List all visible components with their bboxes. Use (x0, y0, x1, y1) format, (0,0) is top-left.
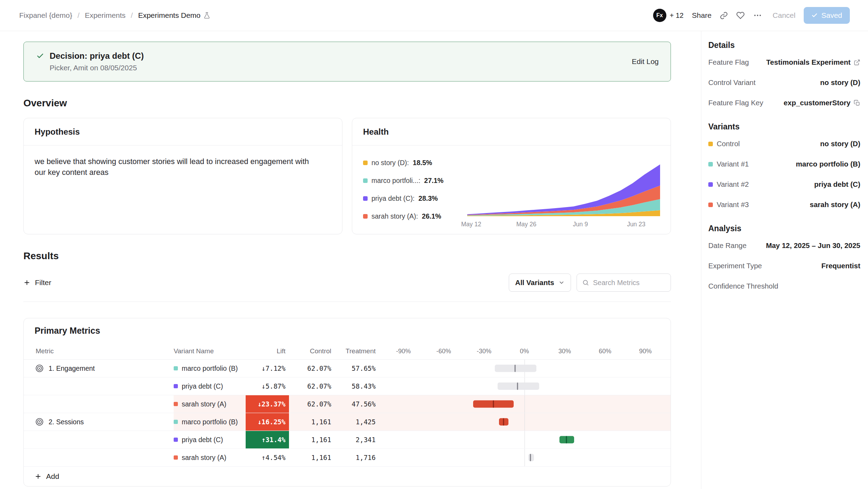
metric-name-cell: 1. Engagement (24, 360, 174, 377)
metric-row[interactable]: sarah story (A)↓23.37%62.07%47.56% (24, 395, 671, 413)
collaborators-count[interactable]: + 12 (670, 12, 683, 20)
saved-button[interactable]: Saved (804, 7, 850, 24)
more-options-button[interactable] (753, 11, 762, 20)
confidence-interval-tick (493, 401, 494, 408)
axis-label: 0% (520, 347, 529, 355)
legend-item[interactable]: sarah story (A):26.1% (363, 212, 463, 220)
confidence-interval-cell (377, 377, 671, 395)
metric-row[interactable]: 1. Engagementmarco portfolio (B)↓7.12%62… (24, 360, 671, 377)
legend-label: no story (D): (371, 159, 409, 167)
legend-item[interactable]: no story (D):18.5% (363, 159, 463, 167)
health-legend: no story (D):18.5%marco portfoli...:27.1… (363, 149, 463, 230)
decision-subtitle: Picker, Amit on 08/05/2025 (50, 64, 144, 72)
main-content: Decision: priya debt (C) Picker, Amit on… (0, 31, 701, 489)
variant-name-cell: marco portfolio (B) (174, 413, 246, 431)
add-metric-button[interactable]: Add (24, 467, 671, 486)
variants-rows: Controlno story (D)Variant #1marco portf… (708, 134, 860, 215)
variant-name-cell: sarah story (A) (174, 395, 246, 413)
confidence-interval-cell (377, 395, 671, 413)
control-cell: 62.07% (289, 360, 333, 377)
variant-name-cell: priya debt (C) (174, 377, 246, 395)
legend-item[interactable]: marco portfoli...:27.1% (363, 177, 463, 185)
chevron-down-icon (558, 279, 565, 286)
axis-label: 60% (599, 347, 611, 355)
variant-color-dot (174, 384, 178, 388)
copy-icon[interactable] (854, 100, 860, 106)
topbar: Fixpanel {demo} / Experiments / Experime… (0, 0, 868, 31)
variant-row: Variant #2priya debt (C) (708, 174, 860, 194)
control-cell: 62.07% (289, 377, 333, 395)
metric-row[interactable]: priya debt (C)↑31.4%1,1612,341 (24, 431, 671, 449)
copy-link-button[interactable] (720, 12, 728, 20)
metric-row[interactable]: 2. Sessionsmarco portfolio (B)↓16.25%1,1… (24, 413, 671, 431)
control-cell: 1,161 (289, 413, 333, 431)
details-rows: Feature FlagTestimonials ExperimentContr… (708, 52, 860, 113)
axis-label: -30% (477, 347, 491, 355)
analysis-value: Frequentist (821, 262, 860, 270)
favorite-button[interactable] (736, 11, 745, 20)
metric-row[interactable]: priya debt (C)↓5.87%62.07%58.43% (24, 377, 671, 395)
metric-name-cell: 2. Sessions (24, 413, 174, 431)
details-value[interactable]: exp_customerStory (784, 99, 860, 107)
analysis-row: Date RangeMay 12, 2025 – Jun 30, 2025 (708, 235, 860, 256)
check-icon (811, 12, 818, 19)
ellipsis-icon (753, 11, 762, 20)
details-value: no story (D) (820, 78, 860, 87)
breadcrumb-workspace[interactable]: Fixpanel {demo} (19, 11, 72, 20)
add-filter-button[interactable]: Filter (23, 278, 51, 287)
control-cell: 1,161 (289, 431, 333, 448)
decision-banner: Decision: priya debt (C) Picker, Amit on… (23, 42, 671, 82)
legend-dot (363, 196, 368, 201)
treatment-cell: 1,425 (333, 413, 377, 431)
variant-label: Variant #3 (717, 200, 749, 209)
analysis-row: Experiment TypeFrequentist (708, 256, 860, 276)
legend-value: 28.3% (419, 194, 438, 203)
legend-label: sarah story (A): (371, 212, 418, 220)
axis-label: 90% (639, 347, 652, 355)
variant-color-dot (174, 402, 178, 406)
decision-title: Decision: priya debt (C) (50, 51, 144, 61)
cancel-button[interactable]: Cancel (773, 11, 795, 20)
variant-value: no story (D) (820, 140, 860, 148)
external-link-icon[interactable] (854, 59, 860, 66)
lift-cell: ↓16.25% (246, 413, 289, 431)
variants-filter-dropdown[interactable]: All Variants (509, 274, 571, 292)
variant-color-dot (708, 162, 713, 166)
edit-log-button[interactable]: Edit Log (632, 57, 659, 66)
metric-name: 2. Sessions (49, 418, 84, 426)
axis-label: 30% (558, 347, 571, 355)
confidence-interval-bar (495, 365, 536, 372)
legend-item[interactable]: priya debt (C):28.3% (363, 194, 463, 203)
confidence-interval-cell (377, 413, 671, 431)
variant-row: Variant #3sarah story (A) (708, 194, 860, 215)
breadcrumb-experiments[interactable]: Experiments (85, 11, 126, 20)
search-icon (582, 279, 589, 286)
variants-heading: Variants (708, 122, 860, 132)
variant-value: priya debt (C) (814, 180, 860, 189)
variant-label: Variant #1 (717, 160, 749, 168)
confidence-interval-bar (498, 383, 539, 390)
variant-color-dot (174, 438, 178, 442)
treatment-cell: 47.56% (333, 395, 377, 413)
plus-icon (23, 279, 30, 286)
search-input[interactable] (593, 279, 665, 287)
hypothesis-body: we believe that showing customer stories… (24, 146, 331, 188)
variant-color-dot (174, 366, 178, 370)
hypothesis-title: Hypothesis (24, 118, 342, 146)
x-tick-label: Jun 9 (573, 221, 588, 228)
control-cell: 1,161 (289, 449, 333, 466)
breadcrumb: Fixpanel {demo} / Experiments / Experime… (19, 11, 210, 20)
metric-row[interactable]: sarah story (A)↑4.54%1,1611,716 (24, 449, 671, 467)
share-button[interactable]: Share (692, 11, 711, 20)
metric-name: 1. Engagement (49, 364, 95, 373)
avatar[interactable]: Fx (653, 9, 666, 22)
heart-icon (736, 11, 745, 20)
health-title: Health (352, 118, 671, 146)
health-card: Health no story (D):18.5%marco portfoli.… (352, 118, 671, 234)
lift-cell: ↓7.12% (246, 360, 289, 377)
breadcrumb-separator: / (78, 11, 80, 20)
confidence-interval-cell (377, 360, 671, 377)
metric-name-cell (24, 377, 174, 395)
details-value[interactable]: Testimonials Experiment (766, 58, 860, 66)
results-toolbar: Filter All Variants (23, 274, 671, 292)
